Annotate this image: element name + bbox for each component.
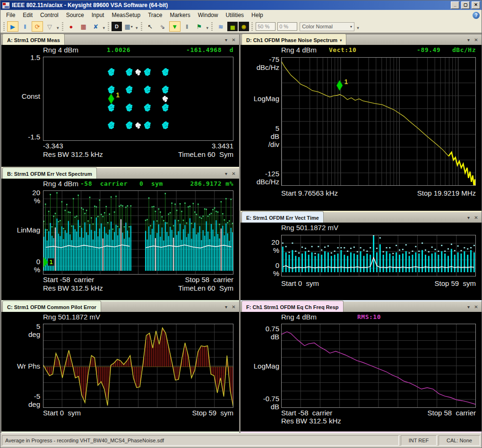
panel-b-xlabel-left-0: Start -58 carrier — [43, 276, 94, 284]
panel-f-minimize-icon[interactable]: ▾ — [465, 304, 472, 310]
menu-input[interactable]: Input — [88, 10, 108, 20]
panel-a-tab[interactable]: A: Strm1 OFDM Meas — [2, 34, 65, 45]
panel-a-close-icon[interactable]: ✕ — [231, 37, 237, 43]
toolbar-overflow-end-icon[interactable]: ▾ — [357, 26, 359, 30]
menu-control[interactable]: Control — [36, 10, 62, 20]
marker-button[interactable]: ▼ — [169, 21, 181, 32]
toolbar-overflow-recording-icon[interactable]: ▾ — [103, 26, 105, 30]
calibration-indicator: CAL: None — [439, 435, 480, 446]
panel-c-minimize-icon[interactable]: ▾ — [223, 304, 229, 310]
panel-e-plot[interactable] — [281, 235, 476, 276]
vsa-application-window: { "window": { "title": "IEEE 802.11n/ac/… — [0, 0, 482, 448]
panel-a-minimize-icon[interactable]: ▾ — [223, 37, 229, 43]
panel-d-tab-label: D: Ch1 OFDM Phase Noise Spectrum — [246, 37, 337, 43]
panel-d-xrow-0: Start 9.76563 kHzStop 19.9219 MHz — [281, 189, 476, 197]
menu-file[interactable]: File — [2, 10, 19, 20]
pause-button[interactable]: ‖ — [19, 21, 31, 32]
panel-d-ylabel-7: dBc/Hz — [242, 178, 279, 186]
panel-f-close-icon[interactable]: ✕ — [473, 304, 479, 310]
panel-f-tab[interactable]: F: Ch1 Strm1 OFDM Eq Ch Freq Resp — [241, 301, 344, 312]
panel-b-plot[interactable]: 1 — [43, 190, 233, 275]
spectrogram-view-button[interactable]: ▅ — [227, 22, 238, 31]
record-button[interactable]: ● — [66, 21, 77, 32]
recording-save-button[interactable]: ✘ — [90, 21, 102, 32]
toolbar-overflow-control-icon[interactable]: ▾ — [57, 26, 59, 30]
panel-c-tab[interactable]: C: Strm1 OFDM Common Pilot Error — [2, 301, 101, 312]
panel-d-minimize-icon[interactable]: ▾ — [465, 37, 472, 43]
pointer-button[interactable]: ↖ — [145, 21, 156, 32]
panel-b-close-icon[interactable]: ✕ — [231, 171, 237, 176]
flag-marker-button[interactable]: ⚑ — [194, 21, 205, 32]
menu-bar: File Edit Control Source Input MeasSetup… — [0, 10, 482, 21]
run-button[interactable]: ▶ — [7, 21, 18, 32]
single-acquisition-button[interactable]: ▽ — [44, 21, 55, 32]
panel-e: E: Strm1 OFDM Err Vect Time▾✕Rng 501.187… — [241, 212, 482, 302]
menu-markers[interactable]: Markers — [166, 10, 194, 20]
display-mode-button[interactable]: D — [112, 22, 122, 31]
menu-trace[interactable]: Trace — [144, 10, 166, 20]
toolbar-overflow-display-icon[interactable]: ▾ — [136, 26, 138, 30]
panel-c-ylabel-4: deg — [3, 400, 40, 408]
panel-b-content: Rng 4 dBm-58 carrier 0 sym286.9172 m%20%… — [1, 179, 239, 300]
menu-window[interactable]: Window — [194, 10, 222, 20]
menu-edit[interactable]: Edit — [19, 10, 36, 20]
panel-f-ylabel-3: -0.75 — [242, 395, 279, 403]
panel-d-close-icon[interactable]: ✕ — [473, 37, 479, 43]
status-message: Average in Progress - recording VHT_BW40… — [2, 435, 399, 446]
close-button[interactable]: ✕ — [472, 1, 480, 9]
panel-b: B: Strm1 OFDM Err Vect Spectrum▾✕Rng 4 d… — [1, 168, 239, 302]
panel-b-xlabel-left-1: Res BW 312.5 kHz — [43, 284, 103, 292]
panel-d-tab[interactable]: D: Ch1 OFDM Phase Noise Spectrum▾ — [241, 34, 346, 45]
transparency-field[interactable]: 50 % — [256, 22, 275, 31]
panel-e-content: Rng 501.1872 mV20%0%Start 0 symStop 59 s… — [241, 223, 482, 300]
panel-a-xlabel-right-0: 3.3431 — [212, 142, 233, 150]
panel-b-minimize-icon[interactable]: ▾ — [223, 171, 229, 176]
panel-a-content: Rng 4 dBm1.0026-161.4968 d1.5Const-1.51-… — [1, 45, 239, 167]
eye-view-button[interactable]: ◉ — [239, 22, 249, 31]
panel-e-minimize-icon[interactable]: ▾ — [465, 215, 472, 220]
panel-a-plot[interactable]: 1 — [43, 57, 233, 141]
panel-d: D: Ch1 OFDM Phase Noise Spectrum▾▾✕Rng 4… — [241, 34, 482, 212]
color-waterfall-button[interactable]: ≋ — [215, 21, 226, 32]
panel-d-tab-dropdown-icon[interactable]: ▾ — [340, 38, 342, 43]
threshold-field[interactable]: 0 % — [277, 22, 297, 31]
panel-b-ylabel-4: % — [3, 266, 40, 274]
color-mode-combobox[interactable]: Color Normal▾ — [300, 22, 354, 31]
menu-utilities[interactable]: Utilities — [222, 10, 248, 20]
panel-d-tabbar: D: Ch1 OFDM Phase Noise Spectrum▾▾✕ — [241, 34, 482, 45]
menu-meassetup[interactable]: MeasSetup — [108, 10, 144, 20]
restart-button[interactable]: ⟳ — [32, 21, 43, 32]
panel-b-range-readout: Rng 4 dBm — [43, 180, 78, 188]
svg-text:1: 1 — [344, 78, 348, 86]
panel-f-header: Rng 4 dBmRMS:10 — [281, 313, 476, 321]
panel-d-ylabel-1: dBc/Hz — [242, 63, 279, 71]
panel-b-tab[interactable]: B: Strm1 OFDM Err Vect Spectrum — [2, 167, 97, 179]
band-power-button[interactable]: ‖ — [181, 21, 193, 32]
panel-a-xlabel-right-1: TimeLen 60 Sym — [178, 150, 233, 158]
panel-e-tab[interactable]: E: Strm1 OFDM Err Vect Time — [241, 211, 324, 223]
panel-c-close-icon[interactable]: ✕ — [231, 304, 237, 310]
maximize-button[interactable]: ▢ — [461, 1, 470, 9]
panel-f-xlabel-left-1: Res BW 312.5 kHz — [281, 417, 341, 425]
panel-b-tabbar: B: Strm1 OFDM Err Vect Spectrum▾✕ — [1, 168, 239, 179]
menu-source[interactable]: Source — [62, 10, 88, 20]
panel-d-content: Rng 4 dBmVect:10-89.49 dBc/Hz-75dBc/HzLo… — [241, 45, 482, 211]
recording-player-button[interactable]: ▦ — [78, 21, 89, 32]
toolbar-overflow-markers-icon[interactable]: ▾ — [207, 26, 209, 30]
layout-grid-button[interactable]: ▦▾ — [123, 21, 134, 32]
panel-f-plot[interactable] — [281, 324, 476, 408]
panel-e-close-icon[interactable]: ✕ — [473, 215, 479, 220]
panel-b-header: Rng 4 dBm-58 carrier 0 sym286.9172 m% — [43, 180, 233, 188]
panel-f-ylabel-2: LogMag — [242, 362, 279, 370]
panel-d-plot[interactable]: 1 — [281, 57, 476, 186]
panel-b-ylabel-2: LinMag — [3, 226, 40, 234]
panel-d-xlabel-left-0: Start 9.76563 kHz — [281, 189, 338, 197]
panel-e-xlabel-right-0: Stop 59 sym — [434, 279, 476, 287]
panel-c-plot[interactable] — [43, 324, 233, 408]
reference-indicator: INT REF — [401, 435, 437, 446]
layout-grid-caret-icon: ▾ — [131, 25, 133, 29]
minimize-button[interactable]: _ — [451, 1, 459, 9]
help-icon[interactable]: ? — [473, 12, 480, 19]
zoom-select-button[interactable]: ⇘ — [157, 21, 168, 32]
menu-help[interactable]: Help — [248, 10, 267, 20]
